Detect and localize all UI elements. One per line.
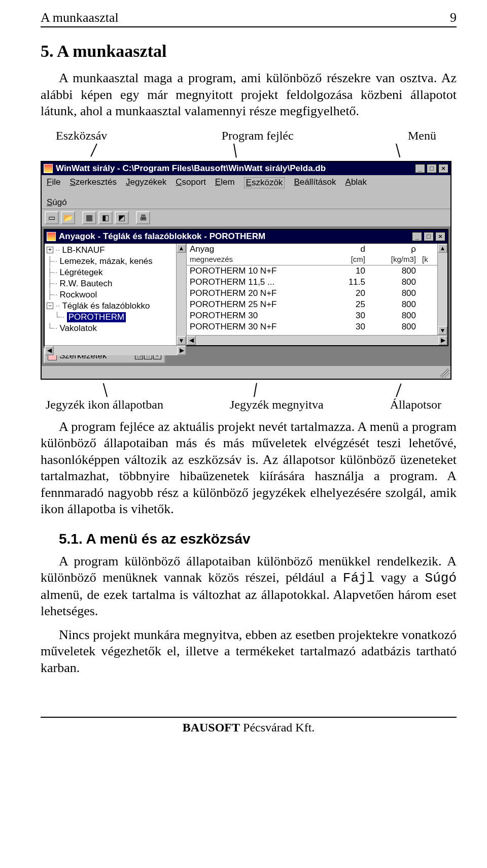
running-head-left: A munkaasztal [41, 10, 119, 25]
menu-bar: File Szerkesztés Jegyzékek Csoport Elem … [42, 175, 450, 209]
app-title: WinWatt sirály - C:\Program Files\Bausof… [56, 163, 412, 174]
tb-print-icon[interactable]: 🖶 [136, 211, 150, 224]
scroll-right-icon[interactable]: ▶ [177, 346, 186, 355]
callout-iconized-list: Jegyzék ikon állapotban [46, 398, 163, 412]
code-sugo: Súgó [425, 571, 457, 586]
intro-paragraph: A munkaasztal maga a program, ami különb… [41, 70, 457, 120]
data-grid[interactable]: Anyagmegnevezés d[cm] ρ[kg/m3] [k POROTH… [187, 244, 437, 335]
tree-hscroll[interactable]: ◀ ▶ [45, 345, 186, 355]
tree-node: ├··R.W. Bautech [47, 278, 176, 289]
app-titlebar[interactable]: WinWatt sirály - C:\Program Files\Bausof… [42, 162, 450, 175]
menu-eszkozok[interactable]: Eszközök [244, 177, 285, 188]
tb-open-icon[interactable]: 📂 [61, 211, 75, 224]
callout-menu: Menü [408, 129, 436, 143]
mdi-area: Anyagok - Téglák és falazóblokkok - PORO… [42, 227, 450, 365]
tree-list[interactable]: +··LB-KNAUF ├··Lemezek, mázak, kenés ├··… [45, 244, 176, 345]
grid-row: POROTHERM 30 N+F30800 [187, 321, 437, 332]
resize-grip-icon[interactable] [440, 369, 449, 378]
grid-hscroll[interactable]: ◀ ▶ [187, 335, 447, 345]
grid-row: POROTHERM 3030800 [187, 310, 437, 321]
page-footer: BAUSOFT Pécsvárad Kft. [41, 717, 457, 735]
menu-jegyzekek[interactable]: Jegyzékek [126, 177, 166, 188]
menu-beallitasok[interactable]: Beállítások [294, 177, 336, 188]
scroll-left-icon[interactable]: ◀ [187, 336, 196, 345]
close-button[interactable]: × [438, 164, 448, 173]
scroll-up-icon[interactable]: ▲ [438, 244, 447, 253]
child-titlebar[interactable]: Anyagok - Téglák és falazóblokkok - PORO… [45, 230, 447, 243]
menu-ablak[interactable]: Ablak [345, 177, 367, 188]
app-window: WinWatt sirály - C:\Program Files\Bausof… [41, 161, 451, 380]
tree-node-selected: └··POROTHERM [47, 312, 176, 323]
page-number: 9 [450, 10, 457, 25]
grid-vscroll[interactable]: ▲ ▼ [437, 244, 447, 335]
grid-row: POROTHERM 11,5 ...11.5800 [187, 277, 437, 288]
running-head: A munkaasztal 9 [41, 10, 457, 27]
paragraph-menu-eszkozsav: A program különböző állapotaiban különbö… [41, 553, 457, 620]
code-fajl: Fájl [343, 571, 374, 586]
section-heading: 5. A munkaasztal [41, 42, 457, 61]
footer-company: Pécsvárad Kft. [240, 721, 315, 734]
tree-node: ├··Légrétegek [47, 267, 176, 278]
callout-leaders-top [41, 144, 451, 158]
menu-elem[interactable]: Elem [215, 177, 235, 188]
tree-node: └··Vakolatok [47, 323, 176, 334]
scroll-down-icon[interactable]: ▼ [438, 326, 447, 335]
menu-file[interactable]: File [47, 177, 60, 188]
app-icon [44, 164, 53, 173]
tb-tool5-icon[interactable]: ◩ [115, 211, 129, 224]
tree-pane: +··LB-KNAUF ├··Lemezek, mázak, kenés ├··… [45, 244, 187, 345]
status-bar [42, 365, 450, 379]
menu-sugo[interactable]: Súgó [47, 197, 445, 208]
child-window-anyagok: Anyagok - Téglák és falazóblokkok - PORO… [44, 229, 448, 346]
grid-row: POROTHERM 10 N+F10800 [187, 265, 437, 277]
tb-tool3-icon[interactable]: ▦ [82, 211, 96, 224]
callout-statusbar: Állapotsor [390, 398, 441, 412]
callout-leaders-bottom [41, 383, 451, 397]
subsection-heading: 5.1. A menü és az eszközsáv [59, 531, 457, 547]
callouts-top: Eszközsáv Program fejléc Menü [41, 129, 451, 144]
tree-node: ├··Lemezek, mázak, kenés [47, 256, 176, 267]
tb-new-icon[interactable]: ▭ [45, 211, 59, 224]
grid-header: Anyagmegnevezés d[cm] ρ[kg/m3] [k [187, 244, 437, 265]
menu-csoport[interactable]: Csoport [176, 177, 206, 188]
tree-vscroll[interactable]: ▲ ▼ [176, 244, 186, 345]
child-maximize-button[interactable]: □ [424, 232, 434, 241]
child-title: Anyagok - Téglák és falazóblokkok - PORO… [59, 231, 409, 242]
child-icon [47, 232, 56, 241]
menu-szerkesztes[interactable]: Szerkesztés [69, 177, 117, 188]
paragraph-nincs-projekt: Nincs projekt munkára megnyitva, ebben a… [41, 627, 457, 677]
callouts-bottom: Jegyzék ikon állapotban Jegyzék megnyitv… [41, 398, 451, 412]
grid-pane: Anyagmegnevezés d[cm] ρ[kg/m3] [k POROTH… [187, 244, 447, 345]
maximize-button[interactable]: □ [427, 164, 437, 173]
toolbar: ▭ 📂 ▦ ◧ ◩ 🖶 [42, 209, 450, 227]
child-close-button[interactable]: × [435, 232, 445, 241]
tree-node: −··Téglák és falazóblokko [47, 301, 176, 312]
callout-toolbar: Eszközsáv [56, 129, 107, 143]
footer-brand: BAUSOFT [183, 721, 240, 734]
callout-open-list: Jegyzék megnyitva [230, 398, 324, 412]
tree-node: ├··Rockwool [47, 289, 176, 301]
callout-titlebar: Program fejléc [222, 129, 294, 143]
scroll-left-icon[interactable]: ◀ [45, 346, 54, 355]
paragraph-fejlec: A program fejléce az aktuális projekt ne… [41, 419, 457, 518]
tree-node: +··LB-KNAUF [47, 245, 176, 256]
minimize-button[interactable]: _ [415, 164, 425, 173]
grid-row: POROTHERM 20 N+F20800 [187, 288, 437, 299]
figure-workspace: Eszközsáv Program fejléc Menü WinWatt si… [41, 129, 451, 412]
scroll-up-icon[interactable]: ▲ [177, 244, 186, 253]
tb-tool4-icon[interactable]: ◧ [98, 211, 113, 224]
scroll-down-icon[interactable]: ▼ [177, 336, 186, 345]
grid-row: POROTHERM 25 N+F25800 [187, 299, 437, 310]
child-minimize-button[interactable]: _ [412, 232, 422, 241]
scroll-right-icon[interactable]: ▶ [438, 336, 447, 345]
